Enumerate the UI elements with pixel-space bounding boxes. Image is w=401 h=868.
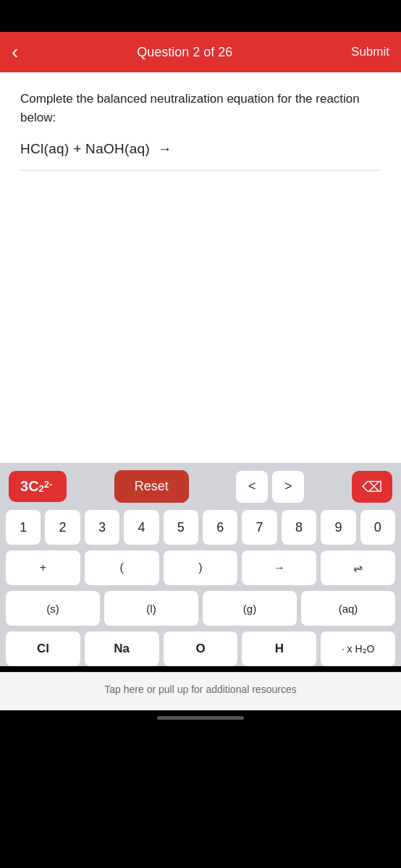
key-open-paren[interactable]: ( [85, 550, 159, 585]
submit-button[interactable]: Submit [351, 45, 389, 59]
question-progress: Question 2 of 26 [137, 45, 232, 60]
key-7[interactable]: 7 [242, 510, 277, 545]
header: ‹ Question 2 of 26 Submit [0, 32, 401, 72]
key-liquid[interactable]: (l) [104, 591, 198, 626]
keyboard-display: 3C22- [9, 471, 67, 502]
element-row: Cl Na O H · x H₂O [6, 631, 395, 666]
nav-right-button[interactable]: > [272, 471, 304, 503]
key-close-paren[interactable]: ) [164, 550, 238, 585]
equation-display: HCl(aq) + NaOH(aq) → [20, 141, 381, 157]
question-instruction: Complete the balanced neutralization equ… [20, 90, 381, 127]
home-indicator [0, 710, 401, 734]
key-water[interactable]: · x H₂O [321, 631, 395, 666]
answer-area[interactable] [20, 171, 381, 388]
key-plus[interactable]: + [6, 550, 80, 585]
key-1[interactable]: 1 [6, 510, 41, 545]
key-aqueous[interactable]: (aq) [301, 591, 395, 626]
delete-icon: ⌫ [362, 478, 382, 495]
key-2[interactable]: 2 [45, 510, 80, 545]
key-8[interactable]: 8 [282, 510, 316, 545]
key-9[interactable]: 9 [321, 510, 355, 545]
key-arrow[interactable]: → [242, 550, 316, 585]
status-bar [0, 0, 401, 32]
bottom-bar[interactable]: Tap here or pull up for additional resou… [0, 672, 401, 710]
symbol-row: + ( ) → ⇌ [6, 550, 395, 585]
number-row: 1 2 3 4 5 6 7 8 9 0 [6, 510, 395, 545]
key-solid[interactable]: (s) [6, 591, 100, 626]
key-o[interactable]: O [164, 631, 238, 666]
display-subscript: 2 [39, 483, 44, 494]
equation-text: HCl(aq) + NaOH(aq) → [20, 141, 172, 157]
delete-button[interactable]: ⌫ [352, 471, 392, 503]
reset-button[interactable]: Reset [114, 470, 189, 503]
back-button[interactable]: ‹ [12, 42, 18, 62]
key-gas[interactable]: (g) [203, 591, 297, 626]
key-na[interactable]: Na [85, 631, 159, 666]
key-5[interactable]: 5 [164, 510, 198, 545]
display-element: C [28, 478, 38, 495]
nav-left-button[interactable]: < [236, 471, 268, 503]
key-4[interactable]: 4 [124, 510, 159, 545]
display-superscript: 2- [44, 479, 53, 490]
keyboard: 3C22- Reset < > ⌫ 1 2 3 4 5 6 7 8 9 0 + … [0, 463, 401, 666]
main-content: Complete the balanced neutralization equ… [0, 72, 401, 463]
home-bar [157, 716, 244, 720]
nav-group: < > [236, 471, 304, 503]
key-6[interactable]: 6 [203, 510, 237, 545]
key-3[interactable]: 3 [85, 510, 119, 545]
key-0[interactable]: 0 [360, 510, 395, 545]
display-coefficient: 3 [20, 478, 28, 495]
resources-text: Tap here or pull up for additional resou… [104, 684, 296, 695]
keyboard-top-row: 3C22- Reset < > ⌫ [6, 470, 395, 503]
key-equilibrium[interactable]: ⇌ [321, 550, 395, 585]
phase-row: (s) (l) (g) (aq) [6, 591, 395, 626]
key-cl[interactable]: Cl [6, 631, 80, 666]
display-inner: 3C22- [20, 478, 52, 495]
key-h[interactable]: H [242, 631, 316, 666]
